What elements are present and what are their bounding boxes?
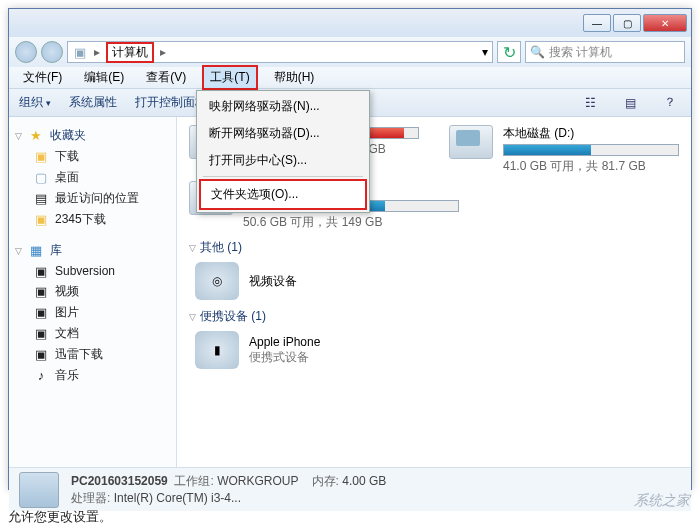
section-other[interactable]: 其他 (1) xyxy=(189,239,679,256)
desktop-icon: ▢ xyxy=(33,170,49,186)
drive-stat: 41.0 GB 可用，共 81.7 GB xyxy=(503,158,679,175)
hint-text: 允许您更改设置。 xyxy=(8,508,112,526)
help-icon[interactable]: ？ xyxy=(659,93,681,113)
minimize-button[interactable]: — xyxy=(583,14,611,32)
sidebar-item-label: 桌面 xyxy=(55,169,79,186)
watermark: 系统之家 xyxy=(634,492,690,510)
device-iphone[interactable]: ▮ Apple iPhone 便携式设备 xyxy=(195,331,679,369)
phone-icon: ▮ xyxy=(195,331,239,369)
menu-separator xyxy=(203,176,363,177)
maximize-button[interactable]: ▢ xyxy=(613,14,641,32)
computer-icon xyxy=(19,472,59,508)
pc-name: PC201603152059 xyxy=(71,474,168,488)
memory-label: 内存: xyxy=(312,474,339,488)
library-icon: ▦ xyxy=(28,243,44,259)
webcam-icon: ◎ xyxy=(195,262,239,300)
workgroup-value: WORKGROUP xyxy=(217,474,298,488)
crumb-sep-icon: ▸ xyxy=(160,45,166,59)
device-video[interactable]: ◎ 视频设备 xyxy=(195,262,679,300)
sidebar-item-label: 视频 xyxy=(55,283,79,300)
video-icon: ▣ xyxy=(33,284,49,300)
menu-view[interactable]: 查看(V) xyxy=(140,67,192,88)
sidebar-item-label: Subversion xyxy=(55,264,115,278)
menu-bar: 文件(F) 编辑(E) 查看(V) 工具(T) 帮助(H) xyxy=(9,67,691,89)
sidebar-item-thunder[interactable]: ▣迅雷下载 xyxy=(15,344,170,365)
folder-icon: ▣ xyxy=(33,149,49,165)
menu-tools[interactable]: 工具(T) xyxy=(202,65,257,90)
system-properties-button[interactable]: 系统属性 xyxy=(69,94,117,111)
drive-name: 本地磁盘 (D:) xyxy=(503,125,679,142)
menu-item-map-drive[interactable]: 映射网络驱动器(N)... xyxy=(199,93,367,120)
sidebar-item-label: 下载 xyxy=(55,148,79,165)
memory-value: 4.00 GB xyxy=(342,474,386,488)
sidebar-item-video[interactable]: ▣视频 xyxy=(15,281,170,302)
search-placeholder: 搜索 计算机 xyxy=(549,44,612,61)
back-button[interactable] xyxy=(15,41,37,63)
sidebar-item-documents[interactable]: ▣文档 xyxy=(15,323,170,344)
status-bar: PC201603152059 工作组: WORKGROUP 内存: 4.00 G… xyxy=(9,467,691,511)
sidebar-libraries[interactable]: ▦库 ▣Subversion ▣视频 ▣图片 ▣文档 ▣迅雷下载 ♪音乐 xyxy=(15,240,170,386)
menu-help[interactable]: 帮助(H) xyxy=(268,67,321,88)
thunder-icon: ▣ xyxy=(33,347,49,363)
pictures-icon: ▣ xyxy=(33,305,49,321)
recent-icon: ▤ xyxy=(33,191,49,207)
drive-icon xyxy=(449,125,493,159)
cpu-value: Intel(R) Core(TM) i3-4... xyxy=(114,491,241,505)
device-label: 视频设备 xyxy=(249,273,297,290)
music-icon: ♪ xyxy=(33,368,49,384)
tools-dropdown: 映射网络驱动器(N)... 断开网络驱动器(D)... 打开同步中心(S)...… xyxy=(196,90,370,213)
search-input[interactable]: 🔍 搜索 计算机 xyxy=(525,41,685,63)
sidebar-item-label: 2345下载 xyxy=(55,211,106,228)
sidebar-item-recent[interactable]: ▤最近访问的位置 xyxy=(15,188,170,209)
sidebar-item-label: 迅雷下载 xyxy=(55,346,103,363)
menu-item-folder-options[interactable]: 文件夹选项(O)... xyxy=(199,179,367,210)
breadcrumb-computer[interactable]: 计算机 xyxy=(106,42,154,63)
sidebar-item-downloads[interactable]: ▣下载 xyxy=(15,146,170,167)
device-label: Apple iPhone xyxy=(249,335,320,349)
close-button[interactable]: ✕ xyxy=(643,14,687,32)
sidebar-item-label: 图片 xyxy=(55,304,79,321)
sidebar-item-desktop[interactable]: ▢桌面 xyxy=(15,167,170,188)
usage-bar xyxy=(503,144,679,156)
refresh-button[interactable]: ↻ xyxy=(497,41,521,63)
address-bar[interactable]: ▣ ▸ 计算机 ▸ ▾ xyxy=(67,41,493,63)
sidebar-fav-label: 收藏夹 xyxy=(50,127,86,144)
drive-d[interactable]: 本地磁盘 (D:) 41.0 GB 可用，共 81.7 GB xyxy=(449,125,679,175)
preview-pane-icon[interactable]: ▤ xyxy=(619,93,641,113)
cpu-label: 处理器: xyxy=(71,491,110,505)
view-mode-icon[interactable]: ☷ xyxy=(579,93,601,113)
star-icon: ★ xyxy=(28,128,44,144)
address-dropdown-icon[interactable]: ▾ xyxy=(482,45,488,59)
sidebar-item-pictures[interactable]: ▣图片 xyxy=(15,302,170,323)
workgroup-label: 工作组: xyxy=(174,474,213,488)
sidebar-item-music[interactable]: ♪音乐 xyxy=(15,365,170,386)
folder-icon: ▣ xyxy=(33,212,49,228)
sidebar-item-label: 音乐 xyxy=(55,367,79,384)
documents-icon: ▣ xyxy=(33,326,49,342)
computer-icon: ▣ xyxy=(72,44,88,60)
sidebar-lib-label: 库 xyxy=(50,242,62,259)
sidebar-item-label: 文档 xyxy=(55,325,79,342)
menu-file[interactable]: 文件(F) xyxy=(17,67,68,88)
nav-bar: ▣ ▸ 计算机 ▸ ▾ ↻ 🔍 搜索 计算机 xyxy=(9,37,691,67)
forward-button[interactable] xyxy=(41,41,63,63)
sidebar-favorites[interactable]: ★收藏夹 ▣下载 ▢桌面 ▤最近访问的位置 ▣2345下载 xyxy=(15,125,170,230)
menu-item-sync-center[interactable]: 打开同步中心(S)... xyxy=(199,147,367,174)
sidebar-item-subversion[interactable]: ▣Subversion xyxy=(15,261,170,281)
sidebar-item-label: 最近访问的位置 xyxy=(55,190,139,207)
search-icon: 🔍 xyxy=(530,45,545,59)
drive-stat: 50.6 GB 可用，共 149 GB xyxy=(243,214,459,231)
svn-icon: ▣ xyxy=(33,263,49,279)
titlebar: — ▢ ✕ xyxy=(9,9,691,37)
sidebar-item-2345[interactable]: ▣2345下载 xyxy=(15,209,170,230)
menu-edit[interactable]: 编辑(E) xyxy=(78,67,130,88)
menu-item-disconnect-drive[interactable]: 断开网络驱动器(D)... xyxy=(199,120,367,147)
organize-button[interactable]: 组织 xyxy=(19,94,51,111)
crumb-sep-icon: ▸ xyxy=(94,45,100,59)
device-sublabel: 便携式设备 xyxy=(249,349,320,366)
sidebar: ★收藏夹 ▣下载 ▢桌面 ▤最近访问的位置 ▣2345下载 ▦库 ▣Subver… xyxy=(9,117,177,467)
section-portable[interactable]: 便携设备 (1) xyxy=(189,308,679,325)
explorer-window: — ▢ ✕ ▣ ▸ 计算机 ▸ ▾ ↻ 🔍 搜索 计算机 文件(F) 编辑(E)… xyxy=(8,8,692,490)
